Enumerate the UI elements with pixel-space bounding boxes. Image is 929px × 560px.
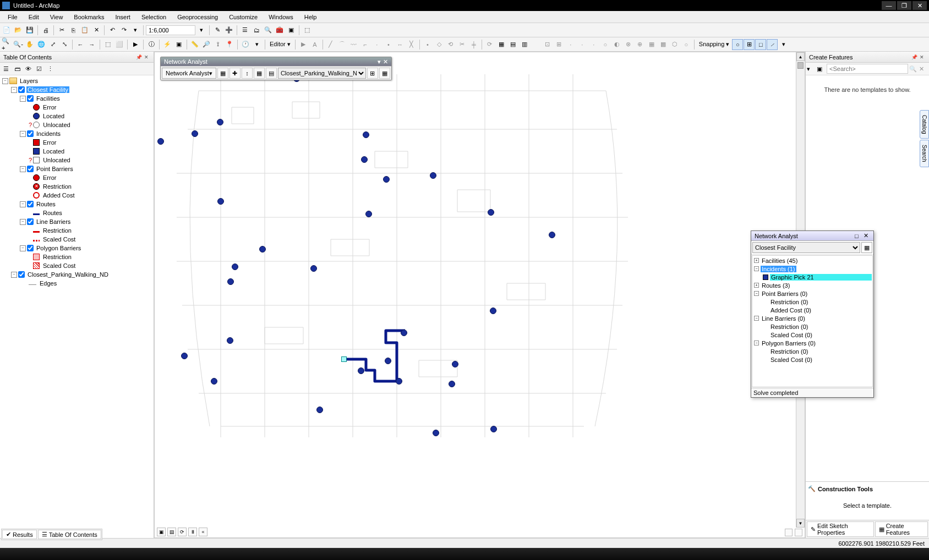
na-window-close[interactable]: ✕ xyxy=(864,232,870,239)
incident-point[interactable] xyxy=(341,356,347,362)
facilities-unlocated-symbol[interactable]: ?Unlocated xyxy=(1,120,152,129)
add-data-button[interactable]: ➕ xyxy=(223,25,234,36)
list-by-source-button[interactable]: 🗃 xyxy=(12,64,22,74)
routes-checkbox[interactable] xyxy=(27,201,34,207)
na-tree[interactable]: +Facilities (45) −Incidents (1) Graphic … xyxy=(752,255,873,387)
forward-extent-button[interactable]: → xyxy=(86,39,97,50)
na-toolbar-close[interactable]: ✕ xyxy=(383,58,388,65)
rotate-button[interactable]: ⟳ xyxy=(484,39,495,50)
reshape-button[interactable]: ⟲ xyxy=(445,39,456,50)
editor-tool-8[interactable]: ⊗ xyxy=(623,39,634,50)
list-by-visibility-button[interactable]: 👁 xyxy=(23,64,33,74)
templates-search-input[interactable] xyxy=(827,64,908,74)
editor-tool-10[interactable]: ▦ xyxy=(646,39,657,50)
scroll-up-button[interactable]: ▲ xyxy=(796,52,805,61)
editor-tool-5[interactable]: · xyxy=(588,39,599,50)
end-point-button[interactable]: • xyxy=(383,39,394,50)
attributes-button[interactable]: ▦ xyxy=(496,39,507,50)
menu-help[interactable]: Help xyxy=(299,12,323,22)
templates-search-button[interactable]: 🔍 xyxy=(909,65,918,73)
routes-symbol[interactable]: Routes xyxy=(1,208,152,217)
editor-tool-9[interactable]: ⊕ xyxy=(635,39,646,50)
editor-tool-11[interactable]: ▩ xyxy=(658,39,669,50)
polygon-barriers-layer[interactable]: −Polygon Barriers xyxy=(1,244,152,252)
na-line-barriers-node[interactable]: −Line Barriers (0) xyxy=(753,314,872,322)
editor-tool-13[interactable]: ○ xyxy=(681,39,692,50)
menu-insert[interactable]: Insert xyxy=(110,12,136,22)
facility-point[interactable] xyxy=(449,381,455,387)
undo-button[interactable]: ↶ xyxy=(107,25,118,36)
point-barriers-checkbox[interactable] xyxy=(27,166,34,172)
distance-button[interactable]: ↔ xyxy=(395,39,406,50)
editor-tool-6[interactable]: ○ xyxy=(600,39,611,50)
select-features-button[interactable]: ⬚ xyxy=(102,39,113,50)
find-button[interactable]: 🔎 xyxy=(201,39,212,50)
snapping-options-button[interactable]: ▾ xyxy=(778,39,789,50)
facility-point[interactable] xyxy=(396,378,402,385)
na-toolbar-dropdown[interactable]: ▾ xyxy=(378,58,381,65)
lb-scaled-cost-symbol[interactable]: Scaled Cost xyxy=(1,235,152,244)
save-button[interactable]: 💾 xyxy=(24,25,35,36)
toc-options-button[interactable]: ⋮ xyxy=(45,64,55,74)
scroll-down-button[interactable]: ▼ xyxy=(796,519,805,528)
toc-tab[interactable]: ☰Table Of Contents xyxy=(38,530,101,539)
full-extent-button[interactable]: 🌐 xyxy=(36,39,47,50)
cut-polygons-button[interactable]: ✂ xyxy=(457,39,468,50)
zoom-in-button[interactable]: 🔍+ xyxy=(1,39,12,50)
create-features-close[interactable]: ✕ xyxy=(918,53,926,61)
facility-point[interactable] xyxy=(433,430,439,436)
pause-drawing-button[interactable]: ⏸ xyxy=(188,528,197,536)
snap-vertex-button[interactable]: □ xyxy=(755,39,766,50)
edit-tool-button[interactable]: ▶ xyxy=(298,39,309,50)
undo-dropdown[interactable]: ▾ xyxy=(130,25,141,36)
toc-button[interactable]: ☰ xyxy=(239,25,250,36)
nd-checkbox[interactable] xyxy=(18,271,25,278)
toc-close-button[interactable]: ✕ xyxy=(143,53,150,61)
trace-button[interactable]: 〰 xyxy=(348,39,359,50)
refresh-button[interactable]: ⟳ xyxy=(178,528,187,536)
python-button[interactable]: ▣ xyxy=(286,25,297,36)
menu-windows[interactable]: Windows xyxy=(263,12,299,22)
na-point-barriers-node[interactable]: −Point Barriers (0) xyxy=(753,289,872,298)
na-pb-restriction-node[interactable]: Restriction (0) xyxy=(753,298,872,306)
straight-segment-button[interactable]: ╱ xyxy=(325,39,336,50)
facilities-located-symbol[interactable]: Located xyxy=(1,112,152,120)
sketch-properties-button[interactable]: ▤ xyxy=(507,39,518,50)
toc-pin-button[interactable]: 📌 xyxy=(135,53,143,61)
layers-node[interactable]: −Layers xyxy=(1,76,152,85)
zoom-out-button[interactable]: 🔍- xyxy=(13,39,24,50)
clear-selection-button[interactable]: ⬜ xyxy=(114,39,125,50)
facility-point[interactable] xyxy=(217,119,223,125)
na-menu-button[interactable]: Network Analyst ▾ xyxy=(162,68,216,79)
map-view[interactable]: Network Analyst▾✕ Network Analyst ▾ ▦ ✚ … xyxy=(154,52,805,538)
na-directions-button[interactable]: ▤ xyxy=(266,68,277,79)
templates-clear-button[interactable]: ✕ xyxy=(919,65,928,73)
na-create-location-button[interactable]: ✚ xyxy=(229,68,241,79)
editor-tool-4[interactable]: · xyxy=(577,39,588,50)
facility-point[interactable] xyxy=(232,263,238,270)
edit-vertices-button[interactable]: ◇ xyxy=(434,39,445,50)
split-button[interactable]: ╪ xyxy=(468,39,479,50)
minimize-button[interactable]: — xyxy=(882,1,896,10)
facility-point[interactable] xyxy=(310,265,317,272)
facility-point[interactable] xyxy=(385,358,391,364)
facility-point[interactable] xyxy=(383,176,390,183)
na-lb-scaled-cost-node[interactable]: Scaled Cost (0) xyxy=(753,331,872,339)
catalog-button[interactable]: 🗂 xyxy=(251,25,262,36)
facility-point[interactable] xyxy=(259,246,266,252)
snap-point-button[interactable]: ○ xyxy=(732,39,743,50)
create-features-pin[interactable]: 📌 xyxy=(910,53,918,61)
line-barriers-layer[interactable]: −Line Barriers xyxy=(1,217,152,226)
na-graphic-pick-node[interactable]: Graphic Pick 21 xyxy=(753,273,872,281)
facility-point[interactable] xyxy=(401,330,407,336)
editor-tool-7[interactable]: ◐ xyxy=(611,39,622,50)
network-analyst-window[interactable]: Network Analyst □ ✕ Closest Facility ▦ +… xyxy=(751,230,874,398)
closest-facility-checkbox[interactable] xyxy=(18,86,25,93)
catalog-side-tab[interactable]: Catalog xyxy=(920,110,929,139)
closest-facility-layer[interactable]: −Closest Facility xyxy=(1,85,152,94)
close-button[interactable]: ✕ xyxy=(912,1,927,10)
na-routes-node[interactable]: +Routes (3) xyxy=(753,281,872,289)
menu-geoprocessing[interactable]: Geoprocessing xyxy=(172,12,223,22)
select-elements-button[interactable]: ▶ xyxy=(130,39,141,50)
fixed-zoom-out-button[interactable]: ⤡ xyxy=(59,39,70,50)
